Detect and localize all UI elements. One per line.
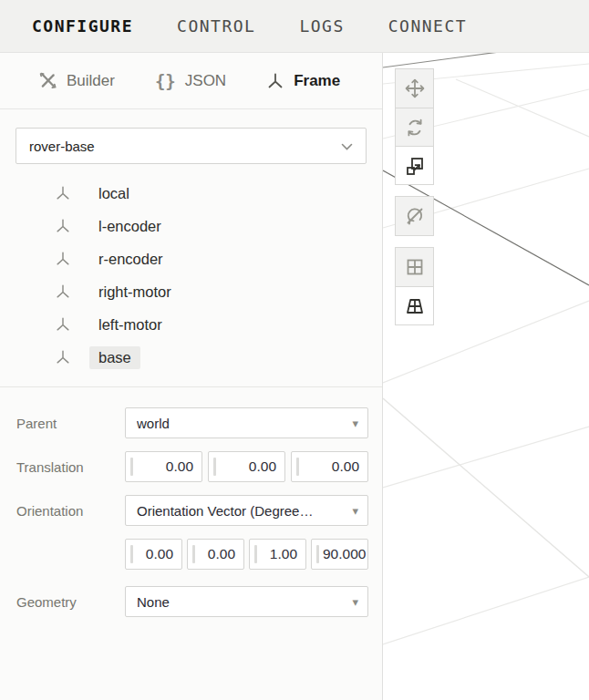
perspective-grid-button[interactable] <box>396 286 433 324</box>
tree-item-label: local <box>89 182 139 205</box>
frame-form: Parent world ▾ Translation 0.00 0.00 0.0… <box>0 387 382 630</box>
tab-configure[interactable]: CONFIGURE <box>32 16 133 36</box>
3d-viewport[interactable] <box>383 53 589 700</box>
tree-item-label: r-encoder <box>89 248 172 271</box>
component-select-value: rover-base <box>29 139 95 154</box>
workspace: Builder {} JSON Frame rover-base <box>0 53 589 700</box>
translation-x-input[interactable]: 0.00 <box>125 451 202 482</box>
orientation-theta-value: 90.000 <box>323 540 359 569</box>
tree-item-base[interactable]: base <box>55 341 382 374</box>
top-nav: CONFIGURE CONTROL LOGS CONNECT <box>0 0 589 53</box>
frame-axes-icon <box>55 283 71 300</box>
tree-item-label: right-motor <box>89 281 181 304</box>
orientation-y-input[interactable]: 0.00 <box>187 539 244 570</box>
tree-item-label: left-motor <box>89 314 171 336</box>
grid-toggle-button[interactable] <box>396 248 433 286</box>
snap-group <box>395 196 434 236</box>
perspective-grid-icon <box>404 295 426 317</box>
geometry-row: Geometry None ▾ <box>16 586 368 617</box>
translation-x-value: 0.00 <box>137 452 193 481</box>
tab-connect[interactable]: CONNECT <box>388 16 467 36</box>
transform-tool-group <box>395 68 434 185</box>
rotate-icon <box>404 117 426 139</box>
component-select[interactable]: rover-base <box>16 128 367 164</box>
tab-builder[interactable]: Builder <box>38 71 115 90</box>
rotate-tool-button[interactable] <box>396 108 433 146</box>
translate-tool-button[interactable] <box>396 69 433 108</box>
tree-item-left-motor[interactable]: left-motor <box>55 308 382 341</box>
translation-label: Translation <box>16 459 125 475</box>
translation-z-value: 0.00 <box>303 452 359 481</box>
tree-item-l-encoder[interactable]: l-encoder <box>55 210 382 242</box>
parent-label: Parent <box>16 416 125 431</box>
grid-icon <box>404 256 426 278</box>
orientation-z-value: 1.00 <box>261 540 297 569</box>
tree-item-label: base <box>89 346 140 369</box>
translation-y-input[interactable]: 0.00 <box>208 451 285 482</box>
orientation-y-value: 0.00 <box>199 540 235 569</box>
parent-select[interactable]: world ▾ <box>125 407 368 438</box>
geometry-select-value: None <box>137 594 170 610</box>
frame-axes-icon <box>55 251 71 267</box>
config-mode-tabs: Builder {} JSON Frame <box>0 53 382 109</box>
tab-frame[interactable]: Frame <box>266 72 340 90</box>
orientation-type-row: Orientation Orientation Vector (Degree… … <box>16 495 368 526</box>
orientation-type-value: Orientation Vector (Degree… <box>137 503 313 519</box>
translation-row: Translation 0.00 0.00 0.00 <box>16 451 368 482</box>
caret-down-icon: ▾ <box>352 595 358 609</box>
frame-axes-icon <box>55 218 71 234</box>
move-icon <box>404 77 426 99</box>
geometry-label: Geometry <box>16 594 125 610</box>
tab-logs[interactable]: LOGS <box>299 16 344 36</box>
rotate-disabled-icon <box>404 205 426 227</box>
tab-builder-label: Builder <box>67 72 115 90</box>
orientation-x-value: 0.00 <box>137 540 173 569</box>
scale-icon <box>404 155 426 177</box>
tools-icon <box>38 71 57 90</box>
grid-group <box>395 247 434 325</box>
caret-down-icon: ▾ <box>352 417 358 430</box>
tree-item-r-encoder[interactable]: r-encoder <box>55 242 382 275</box>
rotation-snap-toggle-button[interactable] <box>396 197 433 235</box>
tab-control[interactable]: CONTROL <box>177 16 255 36</box>
chevron-down-icon <box>341 138 353 154</box>
frame-axes-icon <box>55 316 71 333</box>
tab-json[interactable]: {} JSON <box>155 71 226 91</box>
frame-axes-icon <box>55 349 71 365</box>
tab-json-label: JSON <box>185 72 226 90</box>
translation-z-input[interactable]: 0.00 <box>291 451 368 482</box>
viewport-toolbar <box>395 68 434 336</box>
tree-item-right-motor[interactable]: right-motor <box>55 275 382 308</box>
parent-row: Parent world ▾ <box>16 407 368 438</box>
tree-item-local[interactable]: local <box>55 177 382 210</box>
frame-tree: local l-encoder r-encoder right-motor le… <box>0 177 382 374</box>
orientation-type-select[interactable]: Orientation Vector (Degree… ▾ <box>125 495 368 526</box>
tab-frame-label: Frame <box>294 72 340 90</box>
frame-config-panel: Builder {} JSON Frame rover-base <box>0 53 383 700</box>
braces-icon: {} <box>155 71 176 91</box>
geometry-select[interactable]: None ▾ <box>125 586 368 617</box>
scale-tool-button[interactable] <box>396 146 433 184</box>
caret-down-icon: ▾ <box>352 504 358 518</box>
orientation-label: Orientation <box>16 503 125 519</box>
tree-item-label: l-encoder <box>89 215 170 238</box>
parent-select-value: world <box>137 416 170 431</box>
orientation-theta-input[interactable]: 90.000 <box>311 539 368 570</box>
frame-axes-icon <box>266 72 284 90</box>
orientation-values-row: 0.00 0.00 1.00 90.000 <box>16 539 368 570</box>
translation-y-value: 0.00 <box>220 452 276 481</box>
frame-axes-icon <box>55 185 71 201</box>
orientation-x-input[interactable]: 0.00 <box>125 539 182 570</box>
orientation-z-input[interactable]: 1.00 <box>249 539 306 570</box>
